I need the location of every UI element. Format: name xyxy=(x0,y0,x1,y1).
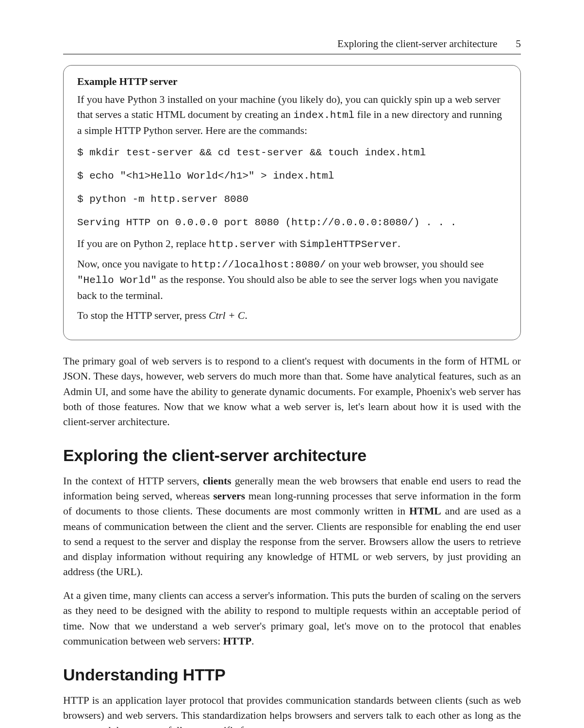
py2-b: with xyxy=(276,238,300,249)
term-servers: servers xyxy=(213,490,245,502)
inline-code-http-server: http.server xyxy=(209,239,276,250)
term-html: HTML xyxy=(409,505,441,517)
s1p2-a: At a given time, many clients can access… xyxy=(63,590,521,647)
running-head-title: Exploring the client-server architecture xyxy=(337,38,497,50)
section2-paragraph-1: HTTP is an application layer protocol th… xyxy=(63,693,521,728)
code-line-3: $ python -m http.server 8080 xyxy=(77,190,507,209)
callout-intro: If you have Python 3 installed on your m… xyxy=(77,92,507,138)
s1p1-a: In the context of HTTP servers, xyxy=(63,475,203,487)
callout-navigate-note: Now, once you navigate to http://localho… xyxy=(77,257,507,303)
section-heading-understanding-http: Understanding HTTP xyxy=(63,665,521,684)
section-heading-client-server: Exploring the client-server architecture xyxy=(63,446,521,465)
code-line-1: $ mkdir test-server && cd test-server &&… xyxy=(77,143,507,163)
s1p2-c: . xyxy=(251,635,254,647)
callout-python2-note: If you are on Python 2, replace http.ser… xyxy=(77,236,507,252)
inline-code-hello-world: "Hello World" xyxy=(77,275,157,286)
nav-a: Now, once you navigate to xyxy=(77,258,191,270)
code-line-4: Serving HTTP on 0.0.0.0 port 8080 (http:… xyxy=(77,213,507,232)
section1-paragraph-2: At a given time, many clients can access… xyxy=(63,588,521,649)
running-head: Exploring the client-server architecture… xyxy=(63,38,521,54)
inline-code-simplehttpserver: SimpleHTTPServer xyxy=(300,239,398,250)
callout-stop-note: To stop the HTTP server, press Ctrl + C. xyxy=(77,308,507,323)
py2-a: If you are on Python 2, replace xyxy=(77,238,209,249)
section1-paragraph-1: In the context of HTTP servers, clients … xyxy=(63,474,521,579)
keycombo-ctrl-c: Ctrl + C xyxy=(209,310,245,321)
stop-a: To stop the HTTP server, press xyxy=(77,310,209,321)
callout-box: Example HTTP server If you have Python 3… xyxy=(63,65,521,340)
callout-title: Example HTTP server xyxy=(77,74,507,89)
page-container: Exploring the client-server architecture… xyxy=(0,0,584,728)
nav-b: on your web browser, you should see xyxy=(326,258,484,270)
stop-b: . xyxy=(245,310,247,321)
code-line-2: $ echo "<h1>Hello World</h1>" > index.ht… xyxy=(77,166,507,186)
page-number: 5 xyxy=(516,38,521,50)
term-http: HTTP xyxy=(223,635,252,647)
inline-code-index-html: index.html xyxy=(293,110,354,121)
py2-c: . xyxy=(398,238,400,249)
inline-code-localhost: http://localhost:8080/ xyxy=(191,259,326,270)
term-clients: clients xyxy=(203,475,232,487)
paragraph-primary-goal: The primary goal of web servers is to re… xyxy=(63,354,521,430)
